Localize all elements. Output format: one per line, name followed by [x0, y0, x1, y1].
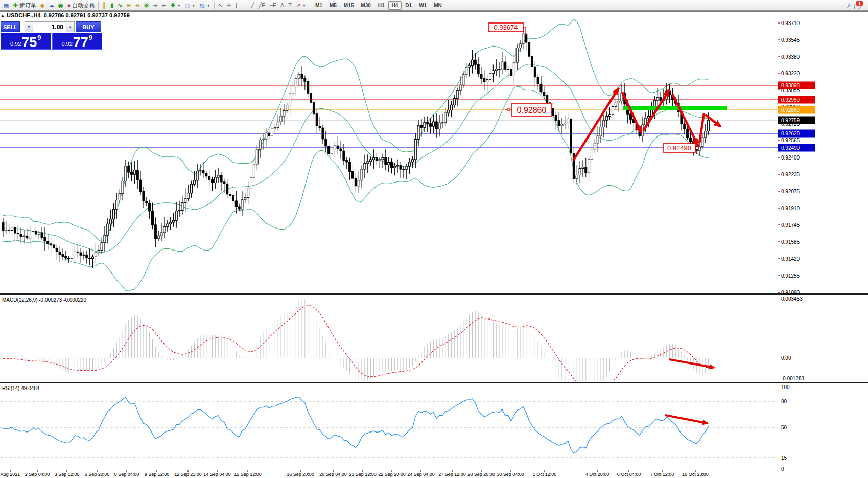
autotrading-button[interactable]: ●自动交易: [65, 1, 97, 10]
text-label-tool[interactable]: T: [286, 1, 294, 10]
candle-body: [193, 180, 195, 184]
cursor-tool[interactable]: ↖: [216, 1, 225, 10]
bollinger-upper-band[interactable]: [3, 19, 709, 241]
sell-price-tile[interactable]: 0.92 75 9: [1, 33, 51, 50]
red-trend-arrow[interactable]: [622, 92, 641, 133]
candlestick-chart-icon[interactable]: ▮: [108, 1, 115, 10]
quick-trade-icon[interactable]: ◆: [38, 1, 46, 10]
horizontal-line-tool-glyph: —: [241, 3, 247, 8]
callout-handle[interactable]: [507, 108, 510, 111]
templates-button[interactable]: ▨▼: [197, 1, 212, 10]
line-chart-icon-glyph: ∿: [118, 3, 122, 8]
candle-body: [17, 233, 19, 234]
lot-decrease-button[interactable]: ▼: [25, 21, 33, 32]
candle-body: [576, 175, 578, 178]
time-tick-label: 14 Sep 04:00: [203, 472, 231, 477]
candle-body: [396, 166, 398, 166]
callout-text: 0.92860: [517, 106, 547, 115]
timeframe-d1[interactable]: D1: [402, 1, 415, 10]
candle-body: [430, 124, 432, 126]
timeframe-m30[interactable]: M30: [357, 1, 374, 10]
chart-canvas[interactable]: 0.936740.928600.92490MACD(12,26,9) -0.00…: [0, 0, 868, 478]
main-toolbar: ▦✚新订单◆☁◉●自动交易 ║▮∿⊕⊖⊞⇥⇤✚▼◷▼▨▼ ↖✛|—╱╱E┅FAT…: [0, 0, 868, 11]
search-icon[interactable]: ⌕: [847, 2, 851, 9]
arrows-tool[interactable]: ↗▼: [294, 1, 308, 10]
text-label-tool-glyph: T: [288, 3, 292, 8]
green-resistance-zone[interactable]: [623, 106, 727, 110]
bar-chart-icon[interactable]: ║: [100, 1, 108, 10]
candle-body: [119, 194, 121, 200]
fibonacci-tool[interactable]: ┅F: [267, 1, 278, 10]
candle-body: [280, 116, 282, 122]
candle-body: [361, 169, 363, 180]
candle-body: [567, 119, 569, 123]
timeframe-w1[interactable]: W1: [415, 1, 430, 10]
buy-button[interactable]: BUY: [76, 21, 101, 32]
expert-advisors-icon-glyph: ☁: [49, 3, 54, 8]
macd-red-arrow[interactable]: [669, 359, 714, 368]
horizontal-line-tool[interactable]: —: [239, 1, 249, 10]
candle-body: [684, 124, 686, 129]
candle-body: [564, 123, 566, 124]
timeframe-m5[interactable]: M5: [326, 1, 340, 10]
new-order-button[interactable]: ✚新订单: [11, 1, 38, 10]
callout-text: 0.92490: [667, 144, 691, 152]
candle-body: [304, 78, 306, 81]
candle-body: [322, 128, 324, 139]
line-chart-icon[interactable]: ∿: [115, 1, 124, 10]
lot-increase-button[interactable]: ▲: [66, 21, 75, 32]
callout-handle[interactable]: [696, 147, 698, 149]
candle-body: [283, 110, 285, 116]
candle-body: [38, 233, 40, 234]
sell-button[interactable]: SELL: [1, 21, 20, 32]
rsi-red-arrow[interactable]: [665, 415, 708, 423]
crosshair-tool-glyph: ✛: [227, 3, 231, 8]
lot-size-input[interactable]: [33, 21, 66, 32]
channel-tool[interactable]: ╱E: [256, 1, 268, 10]
candle-body: [489, 74, 491, 80]
zoom-in-icon[interactable]: ⊕: [124, 1, 133, 10]
axis-tick-label: 0.91745: [781, 222, 800, 228]
periods-button[interactable]: ◷▼: [183, 1, 198, 10]
price-axis[interactable]: 0.937100.935450.933800.932200.930550.928…: [778, 20, 815, 472]
market-watch-icon[interactable]: ▦: [2, 1, 11, 10]
timeframe-mn[interactable]: MN: [430, 1, 445, 10]
callout-text: 0.93674: [494, 24, 518, 31]
text-tool[interactable]: A: [278, 1, 286, 10]
candle-body: [98, 250, 100, 253]
candle-body: [483, 78, 485, 82]
vertical-line-tool[interactable]: |: [233, 1, 239, 10]
candle-body: [552, 108, 554, 116]
candle-body: [128, 166, 130, 172]
notifications-button[interactable]: 1: [854, 1, 863, 9]
candle-body: [154, 225, 156, 239]
crosshair-tool[interactable]: ✛: [225, 1, 233, 10]
timeframe-h1[interactable]: H1: [374, 1, 388, 10]
buy-price-tile[interactable]: 0.92 77 9: [52, 33, 103, 50]
zoom-out-icon[interactable]: ⊖: [133, 1, 142, 10]
trendline-tool[interactable]: ╱: [249, 1, 256, 10]
candle-body: [160, 233, 162, 236]
sell-price-main: 75: [21, 37, 37, 49]
candle-body: [265, 133, 267, 139]
timeframe-m15[interactable]: M15: [340, 1, 357, 10]
candle-body: [143, 191, 145, 201]
candle-body: [585, 167, 587, 173]
candle-body: [504, 62, 506, 69]
chart-shift-icon[interactable]: ⇤: [159, 1, 168, 10]
candle-body: [459, 85, 461, 90]
indicators-button[interactable]: ✚▼: [169, 1, 183, 10]
candle-body: [223, 182, 225, 184]
tile-windows-icon[interactable]: ⊞: [142, 1, 151, 10]
time-axis[interactable]: Aug 20212 Sep 04:003 Sep 12:006 Sep 20:0…: [1, 470, 709, 477]
expert-advisors-icon[interactable]: ☁: [46, 1, 56, 10]
auto-scroll-icon[interactable]: ⇥: [151, 1, 159, 10]
red-trend-arrow[interactable]: [573, 88, 619, 161]
candle-body: [474, 60, 476, 64]
candle-body: [101, 243, 103, 251]
timeframe-m1[interactable]: M1: [312, 1, 326, 10]
signals-icon[interactable]: ◉: [56, 1, 65, 10]
axis-tick-label: 0.93710: [781, 20, 800, 26]
candle-body: [226, 184, 228, 194]
timeframe-h4[interactable]: H4: [388, 1, 402, 10]
